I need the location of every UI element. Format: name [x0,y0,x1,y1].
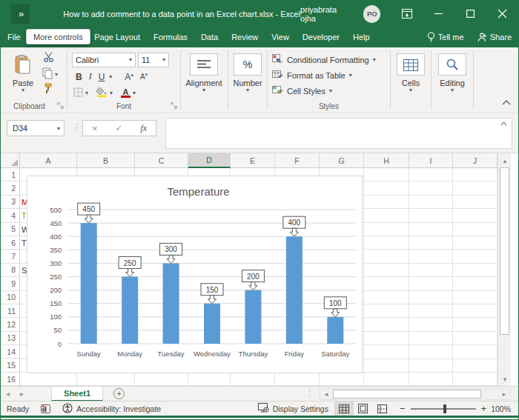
expand-formula-bar-icon[interactable] [500,120,507,127]
font-color-icon[interactable]: A [121,89,130,98]
vertical-scrollbar[interactable]: ▴ ▾ [497,153,511,386]
enter-icon[interactable]: ✓ [115,123,122,133]
row-header-13[interactable]: 13 [1,332,20,345]
view-normal-icon[interactable] [334,401,354,416]
name-box[interactable]: D34 ▾ [7,120,65,136]
row-header-2[interactable]: 2 [1,181,20,195]
editing-button[interactable]: Editing ▾ [433,50,472,99]
row-header-5[interactable]: 5 [1,223,20,236]
bar-wednesday[interactable] [204,304,220,344]
menu-tab-share[interactable]: Share [471,27,518,47]
zoom-slider[interactable] [411,408,476,410]
accessibility-status[interactable]: Accessibility: Investigate [56,403,167,415]
bar-friday[interactable] [286,236,303,344]
horizontal-scrollbar[interactable]: ◂ ▸ [320,388,511,400]
alignment-button[interactable]: Alignment ▾ [185,50,223,99]
zoom-in-icon[interactable]: + [481,403,487,414]
format-painter-button[interactable] [44,83,54,97]
previous-sheet-icon[interactable]: ◂ [1,390,15,398]
row-header-7[interactable]: 7 [1,250,20,263]
collapse-ribbon-icon[interactable] [502,95,511,108]
cells-button[interactable]: :....: Cells ▾ [391,50,430,99]
menu-tab-view[interactable]: View [265,27,296,47]
row-header-6[interactable]: 6 [1,236,20,250]
font-size-combobox[interactable]: 11 ▾ [138,53,169,67]
macro-record-icon[interactable] [35,404,56,413]
select-all-corner[interactable] [1,153,20,168]
ribbon-display-options-icon[interactable] [391,1,423,27]
bar-sunday[interactable] [81,223,97,344]
borders-icon[interactable] [73,87,83,100]
cancel-icon[interactable]: × [92,123,98,134]
font-name-combobox[interactable]: Calibri ▾ [72,53,136,67]
paste-button[interactable]: Paste ▾ [4,50,42,99]
row-header-8[interactable]: 8 [1,264,20,277]
zoom-level[interactable]: 100% [486,404,518,413]
next-sheet-icon[interactable]: ▸ [15,390,29,398]
menu-tab-formulas[interactable]: Formulas [147,27,194,47]
menu-tab-review[interactable]: Review [225,27,265,47]
fill-color-icon[interactable] [96,87,108,100]
row-header-10[interactable]: 10 [1,291,20,304]
row-header-1[interactable]: 1 [1,168,20,181]
column-header-i[interactable]: I [409,153,453,168]
column-header-j[interactable]: J [453,153,497,168]
scroll-left-icon[interactable]: ◂ [320,389,332,399]
bar-thursday[interactable] [245,290,261,344]
column-header-d[interactable]: D [188,153,231,168]
sheet-tab-sheet1[interactable]: Sheet1 [51,387,103,401]
row-header-11[interactable]: 11 [1,304,20,318]
format-as-table-button[interactable]: Format as Table ▾ [272,67,352,83]
scroll-up-icon[interactable]: ▴ [499,154,511,167]
increase-font-size-button[interactable]: A▴ [122,72,136,82]
column-header-c[interactable]: C [135,153,188,168]
scroll-down-icon[interactable]: ▾ [499,373,511,385]
temperature-chart[interactable]: Temperature05010015020025030035040045050… [27,176,363,373]
column-header-f[interactable]: F [275,153,320,168]
column-header-a[interactable]: A [20,153,77,168]
view-page-layout-icon[interactable] [354,401,373,416]
number-format-button[interactable]: % Number ▾ [228,50,267,99]
bold-button[interactable]: B [73,72,85,82]
menu-tab-help[interactable]: Help [346,27,377,47]
menu-tab-file[interactable]: File [1,27,27,47]
dialog-launcher-icon[interactable] [171,103,177,110]
minimize-icon[interactable] [423,1,454,27]
dialog-launcher-icon[interactable] [58,103,64,110]
row-header-12[interactable]: 12 [1,318,20,331]
bar-tuesday[interactable] [163,263,179,344]
row-header-9[interactable]: 9 [1,277,20,290]
conditional-formatting-button[interactable]: = Conditional Formatting ▾ [272,52,376,67]
scroll-right-icon[interactable]: ▸ [498,389,510,399]
display-settings-button[interactable]: Display Settings [252,403,334,414]
column-header-h[interactable]: H [364,153,409,168]
menu-tab-page-layout[interactable]: Page Layout [87,27,147,47]
menu-tab-data[interactable]: Data [194,27,225,47]
copy-button[interactable]: ▾ [42,67,58,81]
row-header-15[interactable]: 15 [1,359,20,372]
zoom-out-icon[interactable]: − [400,403,406,414]
row-header-14[interactable]: 14 [1,345,20,359]
column-header-b[interactable]: B [77,153,135,168]
decrease-font-size-button[interactable]: A▾ [138,72,150,81]
underline-button[interactable]: U [96,72,108,82]
menu-tab-developer[interactable]: Developer [296,27,346,47]
formula-bar-divider[interactable]: ⋮ [73,122,81,132]
formula-input[interactable] [165,118,512,149]
italic-button[interactable]: I [87,71,94,82]
account-user-name[interactable]: priyabrata ojha [300,5,353,23]
maximize-icon[interactable] [454,1,486,27]
cell-styles-button[interactable]: Cell Styles ▾ [272,83,332,99]
more-controls-icon[interactable]: » [11,4,30,24]
close-icon[interactable] [486,1,518,27]
avatar[interactable]: PO [363,5,380,23]
bar-saturday[interactable] [327,317,343,344]
vertical-scroll-thumb[interactable] [500,167,509,335]
zoom-slider-thumb[interactable] [443,404,446,413]
bar-monday[interactable] [122,277,138,344]
row-header-4[interactable]: 4 [1,209,20,222]
row-header-3[interactable]: 3 [1,196,20,209]
row-header-16[interactable]: 16 [1,373,20,386]
column-header-e[interactable]: E [231,153,275,168]
menu-tab-tell-me[interactable]: Tell me [420,27,471,47]
